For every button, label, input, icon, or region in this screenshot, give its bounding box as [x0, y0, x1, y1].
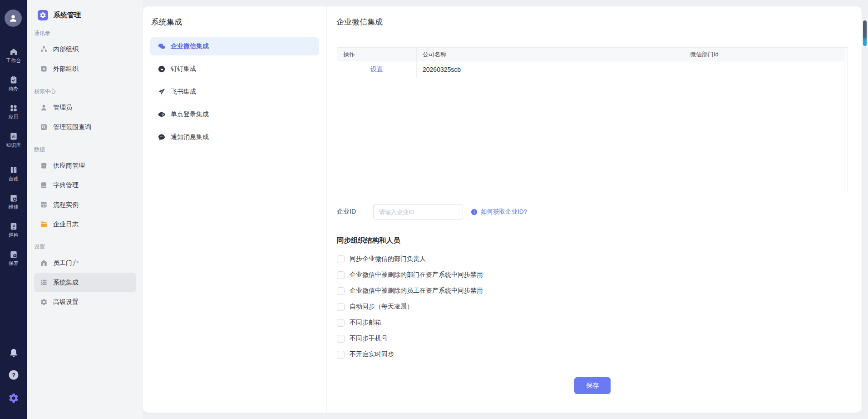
- settings-sidebar: 系统管理 通讯录 内部组织 外部组织 权限中心 管理员 管理范围查询 数据 供应…: [27, 0, 143, 419]
- sidebar-title: 系统管理: [54, 11, 81, 20]
- rail-divider: [5, 157, 21, 157]
- apps-grid-icon: [9, 104, 18, 113]
- sidebar-item-enterprise-logs[interactable]: 企业日志: [34, 214, 136, 234]
- row-settings-link[interactable]: 设置: [370, 65, 383, 74]
- help-icon: ?: [8, 369, 19, 380]
- external-link-icon: [40, 65, 48, 73]
- rail-item-label: 巡检: [9, 232, 19, 238]
- rail-item-inspection[interactable]: 巡检: [0, 222, 27, 238]
- book-icon: [40, 181, 48, 189]
- message-bubble-icon: [158, 133, 166, 141]
- checkbox-row-no-realtime-sync[interactable]: 不开启实时同步: [337, 350, 848, 359]
- system-management-app-icon: [38, 10, 48, 20]
- sidebar-item-label: 供应商管理: [53, 162, 85, 170]
- nav-item-notifications[interactable]: 通知消息集成: [150, 128, 319, 146]
- checkbox[interactable]: [337, 287, 345, 295]
- app-rail: 工作台 待办 应用 AI 知识库 台账 维修 巡检 保养 ?: [0, 0, 27, 419]
- sso-toggle-icon: [158, 110, 166, 119]
- paper-plane-icon: [158, 88, 166, 96]
- nav-item-feishu[interactable]: 飞书集成: [150, 83, 319, 101]
- sidebar-item-system-integration[interactable]: 系统集成: [34, 273, 136, 292]
- notifications-button[interactable]: [0, 348, 27, 359]
- rail-item-label: 台账: [9, 176, 19, 181]
- checkbox-label: 企业微信中被删除的部门在资产系统中同步禁用: [350, 271, 483, 279]
- checkbox[interactable]: [337, 255, 345, 263]
- nav-item-dingtalk[interactable]: 钉钉集成: [150, 60, 319, 78]
- checkbox[interactable]: [337, 303, 345, 311]
- help-button[interactable]: ?: [0, 369, 27, 380]
- avatar[interactable]: [5, 10, 22, 27]
- checkbox[interactable]: [337, 335, 345, 343]
- todo-clipboard-icon: [9, 75, 18, 85]
- sidebar-header: 系统管理: [27, 0, 143, 20]
- sidebar-item-scope-query[interactable]: 管理范围查询: [34, 117, 136, 137]
- rail-item-ledger[interactable]: 台账: [0, 165, 27, 181]
- rail-item-todo[interactable]: 待办: [0, 75, 27, 91]
- server-stack-icon: [40, 279, 48, 286]
- wechat-integration-form: 企业ID 如何获取企业ID? 同步组织结构和人员 同步企业微信的部门负责人 企业…: [337, 204, 848, 394]
- checkbox-label: 同步企业微信的部门负责人: [350, 255, 426, 263]
- sidebar-item-admins[interactable]: 管理员: [34, 98, 136, 117]
- table-scrollbar-gutter[interactable]: [844, 48, 848, 192]
- corp-id-label: 企业ID: [337, 208, 373, 216]
- sidebar-item-external-org[interactable]: 外部组织: [34, 59, 136, 79]
- checkbox[interactable]: [337, 319, 345, 327]
- rail-item-label: 工作台: [6, 58, 21, 63]
- checkbox-row-no-phone-sync[interactable]: 不同步手机号: [337, 334, 848, 343]
- sidebar-item-label: 管理员: [53, 104, 72, 112]
- org-chart-icon: [40, 45, 48, 53]
- nav-item-wechat-work[interactable]: 企业微信集成: [150, 37, 319, 55]
- sidebar-item-label: 管理范围查询: [53, 123, 91, 131]
- rail-item-workbench[interactable]: 工作台: [0, 47, 27, 63]
- checkbox-row-auto-sync[interactable]: 自动同步（每天凌晨）: [337, 302, 848, 311]
- bell-icon: [8, 348, 19, 359]
- sidebar-item-label: 流程实例: [53, 201, 79, 209]
- sidebar-item-label: 字典管理: [53, 181, 79, 190]
- rail-settings-button[interactable]: [0, 393, 27, 404]
- save-button[interactable]: 保存: [574, 377, 611, 394]
- home-icon: [40, 259, 48, 267]
- checkbox-row-no-email-sync[interactable]: 不同步邮箱: [337, 318, 848, 327]
- corp-id-input[interactable]: [373, 204, 463, 219]
- ledger-cabinet-icon: [9, 165, 18, 175]
- wechat-icon: [158, 42, 166, 50]
- user-icon: [40, 104, 48, 111]
- rail-item-apps[interactable]: 应用: [0, 104, 27, 120]
- inspection-icon: [9, 222, 18, 231]
- rail-item-knowledge[interactable]: AI 知识库: [0, 132, 27, 148]
- nav-item-sso[interactable]: 单点登录集成: [150, 105, 319, 124]
- checkbox-row-disable-deleted-employees[interactable]: 企业微信中被删除的员工在资产系统中同步禁用: [337, 286, 848, 295]
- column-header-action: 操作: [337, 48, 417, 61]
- checkbox-row-sync-dept-leader[interactable]: 同步企业微信的部门负责人: [337, 254, 848, 264]
- integration-table: 操作 公司名称 微信部门Id 设置 20260325scb: [337, 47, 848, 192]
- sidebar-item-supplier-mgmt[interactable]: 供应商管理: [34, 156, 136, 175]
- checkbox[interactable]: [337, 351, 345, 359]
- section-label-settings: 设置: [34, 243, 143, 251]
- company-cell: 20260325scb: [417, 61, 684, 78]
- rail-item-repair[interactable]: 维修: [0, 194, 27, 210]
- nav-item-label: 钉钉集成: [171, 65, 196, 73]
- page-title: 企业微信集成: [327, 6, 862, 27]
- rail-item-maintenance[interactable]: 保养: [0, 250, 27, 266]
- sidebar-item-employee-portal[interactable]: 员工门户: [34, 253, 136, 273]
- how-to-get-corp-id-link[interactable]: 如何获取企业ID?: [481, 208, 527, 216]
- sidebar-item-label: 系统集成: [53, 279, 79, 287]
- home-icon: [9, 47, 18, 56]
- integration-nav-panel: 系统集成 企业微信集成 钉钉集成 飞书集成 单点登录集成 通知消息集成: [143, 6, 327, 413]
- sidebar-item-advanced-settings[interactable]: 高级设置: [34, 292, 136, 312]
- sidebar-item-internal-org[interactable]: 内部组织: [34, 40, 136, 59]
- section-label-data: 数据: [34, 146, 143, 154]
- svg-text:?: ?: [11, 372, 15, 379]
- store-icon: [40, 162, 48, 170]
- sidebar-item-label: 企业日志: [53, 220, 79, 229]
- sync-section-title: 同步组织结构和人员: [337, 236, 848, 245]
- sidebar-item-dictionary-mgmt[interactable]: 字典管理: [34, 175, 136, 195]
- page-scrollbar-thumb[interactable]: [863, 20, 867, 46]
- sidebar-item-label: 外部组织: [53, 65, 79, 73]
- person-icon: [8, 13, 18, 23]
- sidebar-item-process-instances[interactable]: 流程实例: [34, 195, 136, 214]
- checkbox[interactable]: [337, 271, 345, 279]
- checkbox-row-disable-deleted-depts[interactable]: 企业微信中被删除的部门在资产系统中同步禁用: [337, 270, 848, 279]
- section-label-permissions: 权限中心: [34, 88, 143, 96]
- section-label-contacts: 通讯录: [34, 30, 143, 38]
